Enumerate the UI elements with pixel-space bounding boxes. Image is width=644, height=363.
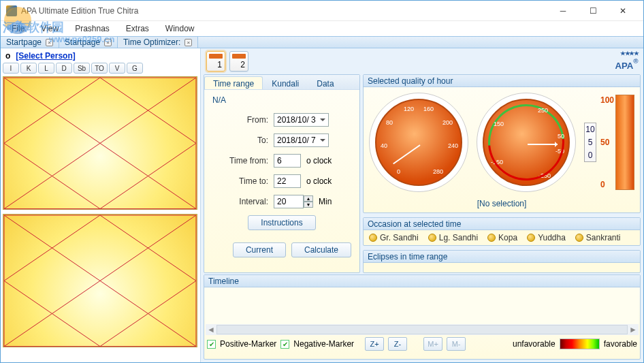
pill-I[interactable]: I: [3, 63, 19, 74]
tab-time-range[interactable]: Time range: [204, 76, 263, 89]
tab-kundali[interactable]: Kundali: [263, 76, 308, 89]
spin-up-icon[interactable]: ▲: [304, 195, 313, 202]
current-button[interactable]: Current: [233, 242, 286, 257]
timeline-header: Timeline: [204, 275, 640, 287]
time-from-input[interactable]: [274, 154, 301, 168]
pill-L[interactable]: L: [38, 63, 54, 74]
pill-V[interactable]: V: [109, 63, 125, 74]
needle-icon: [393, 144, 420, 164]
positive-marker-label: Positive-Marker: [220, 339, 276, 349]
window-title: APA Ultimate Edition True Chitra: [21, 6, 548, 16]
occasion-item: Yuddha: [527, 233, 566, 242]
gauge-balance: 250 150 50 -50 -150 -250: [477, 93, 576, 192]
timeline-canvas[interactable]: [206, 289, 639, 324]
apa-logo: ★★★★APA®: [615, 50, 638, 72]
time-range-panel: Time range Kundali Data N/A From: 2018/1…: [204, 74, 360, 273]
occasion-item: Gr. Sandhi: [369, 233, 419, 242]
negative-marker-label: Negative-Marker: [293, 339, 354, 349]
menu-extras[interactable]: Extras: [119, 22, 156, 35]
timeline-scrollbar[interactable]: ◄ ►: [206, 324, 639, 335]
unfavorable-label: unfavorable: [513, 339, 556, 349]
kundali-chart-2: [3, 214, 197, 347]
quality-panel: Selected quality of hour 0 40 80 120 160…: [363, 74, 641, 213]
time-from-label: Time from:: [212, 156, 268, 165]
pill-row: I K L D Sb TO V G: [3, 63, 198, 74]
eclipses-header: Eclipses in time range: [364, 251, 640, 263]
time-to-input[interactable]: [274, 174, 301, 188]
occasion-panel: Occasion at selected time Gr. Sandhi Lg.…: [363, 217, 641, 246]
menu-view[interactable]: View: [34, 22, 65, 35]
calculate-button[interactable]: Calculate: [291, 242, 351, 257]
marker-minus-button[interactable]: M-: [447, 337, 466, 351]
tab-startpage-2[interactable]: Startpage ×: [59, 37, 118, 48]
page-button-2[interactable]: 2: [229, 51, 248, 72]
no-selection-label: [No selection]: [364, 199, 640, 208]
status-dot-icon: [575, 234, 583, 242]
marker-plus-button[interactable]: M+: [423, 337, 442, 351]
na-text: N/A: [212, 95, 351, 105]
status-dot-icon: [487, 234, 496, 242]
tab-time-optimizer[interactable]: Time Optimizer: ×: [118, 37, 198, 48]
zoom-out-button[interactable]: Z-: [388, 337, 407, 351]
favorable-label: favorable: [604, 339, 637, 349]
occasion-item: Lg. Sandhi: [428, 233, 478, 242]
favorability-gradient: [560, 338, 600, 349]
occasion-item: Sankranti: [575, 233, 621, 242]
tab-data[interactable]: Data: [308, 76, 342, 89]
scroll-right-icon[interactable]: ►: [628, 325, 639, 334]
timeline-footer: ✔ Positive-Marker ✔ Negative-Marker Z+ Z…: [204, 335, 640, 353]
spin-down-icon[interactable]: ▼: [304, 202, 313, 208]
tab-label: Startpage: [6, 37, 42, 47]
status-dot-icon: [527, 234, 535, 242]
app-icon: [6, 5, 17, 16]
min-label: Min: [319, 197, 332, 206]
close-icon[interactable]: ×: [46, 39, 53, 46]
menu-window[interactable]: Window: [159, 22, 202, 35]
menubar: File View Prashnas Extras Window: [1, 21, 643, 36]
positive-marker-checkbox[interactable]: ✔: [207, 340, 216, 349]
close-button[interactable]: ✕: [608, 1, 638, 20]
menu-file[interactable]: File: [5, 22, 31, 35]
pill-D[interactable]: D: [56, 63, 72, 74]
zoom-in-button[interactable]: Z+: [365, 337, 384, 351]
timeline-panel: Timeline ◄ ► ✔ Positive-Marker ✔ Negativ…: [204, 274, 641, 360]
page-button-1[interactable]: 1: [206, 51, 225, 72]
maximize-button[interactable]: ☐: [578, 1, 608, 20]
bar-gauge: 100 50 0: [615, 95, 634, 190]
tab-label: Startpage: [65, 37, 100, 47]
mini-scale: 10 5 0: [584, 123, 596, 162]
titlebar: APA Ultimate Edition True Chitra ─ ☐ ✕: [1, 1, 643, 21]
interval-label: Interval:: [212, 197, 268, 206]
negative-marker-checkbox[interactable]: ✔: [280, 340, 289, 349]
close-icon[interactable]: ×: [184, 39, 192, 46]
sidebar: o [Select Person] I K L D Sb TO V G: [1, 48, 200, 362]
document-tabs: Startpage × Startpage × Time Optimizer: …: [1, 36, 643, 48]
select-person-link[interactable]: [Select Person]: [16, 51, 75, 61]
pill-Sb[interactable]: Sb: [74, 63, 90, 74]
time-panel-tabs: Time range Kundali Data: [204, 75, 359, 90]
needle-icon: [528, 144, 558, 145]
time-to-label: Time to:: [212, 176, 268, 186]
minimize-button[interactable]: ─: [548, 1, 578, 20]
pill-G[interactable]: G: [127, 63, 143, 74]
instructions-button[interactable]: Instructions: [248, 215, 315, 230]
interval-input[interactable]: [274, 195, 304, 208]
from-label: From:: [212, 115, 268, 125]
quality-header: Selected quality of hour: [364, 75, 640, 87]
pill-TO[interactable]: TO: [91, 63, 108, 74]
tab-label: Time Optimizer:: [123, 37, 180, 47]
tab-startpage-1[interactable]: Startpage ×: [1, 37, 59, 48]
oclock-label: o clock: [306, 176, 332, 186]
eclipses-panel: Eclipses in time range: [363, 250, 641, 273]
scroll-track[interactable]: [216, 325, 628, 334]
to-label: To:: [212, 136, 268, 145]
content-area: 1 2 ★★★★APA® Time range Kundali Data N/A…: [200, 48, 643, 362]
close-icon[interactable]: ×: [104, 39, 112, 46]
from-date-select[interactable]: 2018/10/ 3: [274, 113, 329, 127]
bullet-icon: o: [3, 51, 13, 61]
menu-prashnas[interactable]: Prashnas: [68, 22, 116, 35]
pill-K[interactable]: K: [20, 63, 37, 74]
scroll-left-icon[interactable]: ◄: [206, 325, 216, 334]
oclock-label: o clock: [306, 156, 332, 165]
to-date-select[interactable]: 2018/10/ 7: [274, 133, 329, 147]
